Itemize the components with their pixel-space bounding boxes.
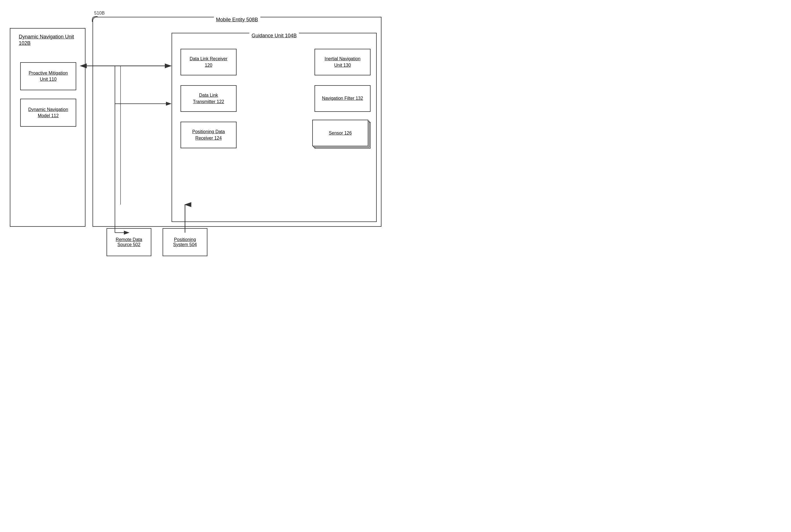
data-link-receiver-box: Data Link Receiver 120 bbox=[180, 49, 236, 75]
guidance-unit-box: Guidance Unit 104B Data Link Receiver 12… bbox=[172, 33, 377, 222]
dynamic-nav-unit-label: Dynamic Navigation Unit 102B bbox=[19, 34, 74, 47]
data-link-transmitter-box: Data Link Transmitter 122 bbox=[180, 85, 236, 112]
positioning-system-box: Positioning System 504 bbox=[162, 228, 208, 256]
nav-filter-box: Navigation Filter 132 bbox=[314, 85, 370, 112]
inertial-nav-unit-box: Inertial Navigation Unit 130 bbox=[314, 49, 370, 75]
label-510b: 510B bbox=[94, 11, 104, 16]
dynamic-nav-unit-box: Dynamic Navigation Unit 102B Proactive M… bbox=[10, 28, 85, 227]
positioning-data-receiver-box: Positioning Data Receiver 124 bbox=[180, 122, 236, 148]
diagram-container: 510B Mobile Entity 508B Guidance Unit 10… bbox=[6, 6, 390, 260]
dynamic-nav-model-box: Dynamic Navigation Model 112 bbox=[20, 99, 76, 127]
sensor-stack: Sensor 126 bbox=[312, 120, 372, 150]
mobile-entity-label: Mobile Entity 508B bbox=[214, 17, 260, 23]
guidance-unit-label: Guidance Unit 104B bbox=[249, 33, 299, 39]
remote-data-source-box: Remote Data Source 502 bbox=[107, 228, 151, 256]
sensor-box: Sensor 126 bbox=[312, 120, 368, 146]
proactive-mitigation-unit-box: Proactive Mitigation Unit 110 bbox=[20, 62, 76, 90]
mobile-entity-box: Mobile Entity 508B Guidance Unit 104B Da… bbox=[93, 17, 382, 227]
